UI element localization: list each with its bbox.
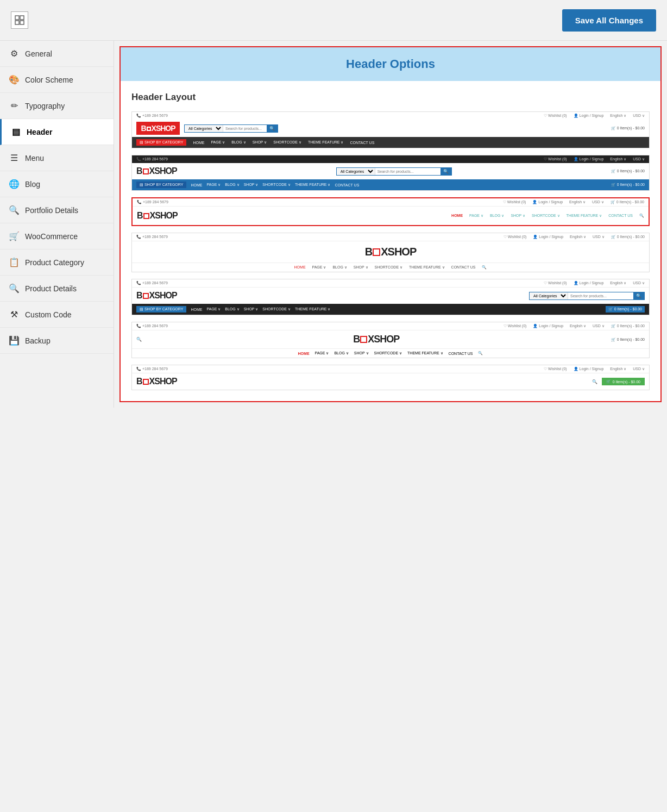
header-option-2[interactable]: 📞 +189 284 5679 ♡ Wishlist (0) 👤 Login /… bbox=[131, 155, 650, 191]
sidebar-item-label: WooCommerce bbox=[25, 232, 78, 241]
product-details-icon: 🔍 bbox=[9, 283, 20, 293]
header-layout-options: 📞 +189 284 5679 ♡ Wishlist (0) 👤 Login /… bbox=[131, 111, 650, 390]
custom-code-icon: ⚒ bbox=[9, 309, 20, 320]
header-option-5[interactable]: 📞 +189 284 5679 ♡ Wishlist (0) 👤 Login /… bbox=[131, 279, 650, 315]
sidebar-item-menu[interactable]: ☰ Menu bbox=[0, 145, 114, 171]
panel-body: Header Layout 📞 +189 284 5679 ♡ Wishlist… bbox=[121, 81, 660, 401]
svg-rect-3 bbox=[20, 21, 24, 24]
sidebar-item-woocommerce[interactable]: 🛒 WooCommerce bbox=[0, 223, 114, 249]
header-option-6[interactable]: 📞 +189 284 5679 ♡ Wishlist (0) 👤 Login /… bbox=[131, 322, 650, 358]
search-input-opt2[interactable] bbox=[375, 168, 441, 175]
portfolio-icon: 🔍 bbox=[9, 205, 20, 215]
panel-icon bbox=[11, 11, 28, 29]
sidebar-item-label: Menu bbox=[25, 154, 44, 163]
menu-icon: ☰ bbox=[9, 153, 20, 163]
typography-icon: ✏ bbox=[9, 101, 20, 111]
sidebar-item-portfolio-details[interactable]: 🔍 Portfolio Details bbox=[0, 197, 114, 223]
search-input-opt1[interactable] bbox=[223, 125, 267, 132]
blog-icon: 🌐 bbox=[9, 179, 20, 189]
sidebar-item-label: Color Scheme bbox=[25, 76, 73, 84]
sidebar-item-label: Custom Code bbox=[25, 310, 72, 319]
search-input-opt5[interactable] bbox=[568, 292, 633, 299]
sidebar-item-header[interactable]: ▤ Header bbox=[0, 119, 114, 145]
sidebar-item-product-details[interactable]: 🔍 Product Details bbox=[0, 276, 114, 302]
sidebar-item-label: Typography bbox=[25, 102, 65, 110]
sidebar-item-label: Blog bbox=[25, 180, 40, 189]
content-area: Header Options Header Layout 📞 +189 284 … bbox=[114, 41, 667, 408]
header-option-4[interactable]: 📞 +189 284 5679 ♡ Wishlist (0) 👤 Login /… bbox=[131, 233, 650, 272]
top-bar: Save All Changes bbox=[0, 0, 667, 41]
category-select-opt2[interactable]: All Categories bbox=[337, 168, 375, 175]
search-btn-opt5[interactable]: 🔍 bbox=[633, 292, 644, 299]
sidebar-item-label: Product Details bbox=[25, 284, 77, 293]
backup-icon: 💾 bbox=[9, 335, 20, 346]
product-category-icon: 📋 bbox=[9, 257, 20, 267]
general-icon: ⚙ bbox=[9, 48, 20, 59]
section-title: Header Layout bbox=[131, 92, 650, 103]
svg-rect-2 bbox=[15, 21, 19, 24]
woocommerce-icon: 🛒 bbox=[9, 231, 20, 241]
sidebar-item-color-scheme[interactable]: 🎨 Color Scheme bbox=[0, 67, 114, 93]
sidebar-item-label: Header bbox=[27, 128, 52, 136]
sidebar-item-custom-code[interactable]: ⚒ Custom Code bbox=[0, 302, 114, 328]
svg-rect-0 bbox=[15, 16, 19, 20]
sidebar-item-general[interactable]: ⚙ General bbox=[0, 41, 114, 67]
header-option-7[interactable]: 📞 +189 284 5679 ♡ Wishlist (0) 👤 Login /… bbox=[131, 365, 650, 390]
sidebar-item-label: Backup bbox=[25, 336, 51, 345]
sidebar-item-backup[interactable]: 💾 Backup bbox=[0, 328, 114, 354]
sidebar-item-label: Portfolio Details bbox=[25, 206, 78, 215]
panel-title: Header Options bbox=[346, 57, 435, 71]
category-select-opt1[interactable]: All Categories bbox=[185, 125, 223, 132]
save-all-changes-button[interactable]: Save All Changes bbox=[562, 9, 656, 32]
sidebar-item-typography[interactable]: ✏ Typography bbox=[0, 93, 114, 119]
svg-rect-1 bbox=[20, 16, 24, 20]
sidebar-item-product-category[interactable]: 📋 Product Category bbox=[0, 249, 114, 276]
header-option-1[interactable]: 📞 +189 284 5679 ♡ Wishlist (0) 👤 Login /… bbox=[131, 111, 650, 148]
header-options-panel: Header Options Header Layout 📞 +189 284 … bbox=[119, 46, 662, 402]
search-btn-opt2[interactable]: 🔍 bbox=[441, 168, 451, 175]
category-select-opt5[interactable]: All Categories bbox=[530, 292, 568, 299]
sidebar-item-label: General bbox=[25, 49, 52, 58]
header-icon: ▤ bbox=[10, 127, 21, 137]
panel-header: Header Options bbox=[121, 47, 660, 81]
sidebar-item-blog[interactable]: 🌐 Blog bbox=[0, 171, 114, 197]
header-option-3[interactable]: 📞 +189 284 5679 ♡ Wishlist (0) 👤 Login /… bbox=[131, 197, 650, 226]
sidebar: ⚙ General 🎨 Color Scheme ✏ Typography ▤ … bbox=[0, 41, 114, 408]
sidebar-item-label: Product Category bbox=[25, 258, 84, 267]
search-btn-opt1[interactable]: 🔍 bbox=[267, 125, 278, 132]
color-scheme-icon: 🎨 bbox=[9, 74, 20, 85]
